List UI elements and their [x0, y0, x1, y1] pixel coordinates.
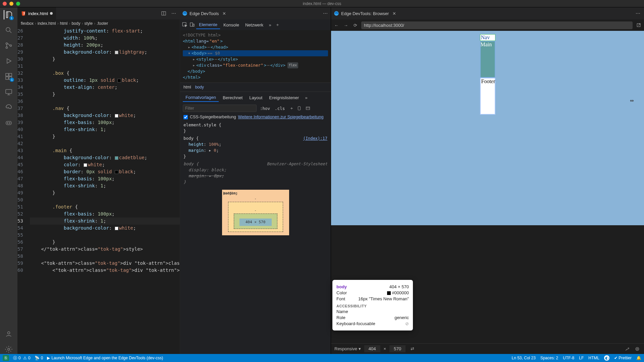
- styles-rules[interactable]: element.style {} (Index):17 body { heigh…: [180, 121, 331, 354]
- eyedropper-icon[interactable]: [624, 346, 631, 352]
- problems-indicator[interactable]: ⓧ 0 ⚠ 0: [13, 355, 31, 361]
- encoding-status[interactable]: UTF-8: [563, 356, 574, 360]
- rotate-icon[interactable]: ⇄: [409, 346, 416, 352]
- device-toolbar: Responsive ▾ × ⇄: [331, 343, 644, 354]
- more-tools-icon[interactable]: »: [267, 21, 273, 28]
- cls-toggle[interactable]: .cls: [273, 105, 286, 112]
- editor-tab-bar: index.html: [17, 7, 180, 19]
- flex-badge[interactable]: flex: [287, 62, 298, 68]
- panel-more-icon[interactable]: [322, 10, 329, 17]
- edge-tools-icon[interactable]: [4, 103, 13, 112]
- tool-network[interactable]: Netzwerk: [243, 21, 266, 29]
- svg-point-21: [327, 13, 327, 14]
- devtools-tab[interactable]: Edge DevTools ✕: [182, 10, 227, 17]
- browser-more-icon[interactable]: [635, 10, 641, 17]
- more-subtabs-icon[interactable]: »: [303, 94, 310, 101]
- inspect-element-icon[interactable]: [181, 21, 188, 28]
- reload-icon[interactable]: ⟳: [352, 22, 359, 28]
- breadcrumb-item[interactable]: flexbox: [21, 21, 34, 26]
- viewport-width-input[interactable]: [364, 345, 380, 352]
- run-debug-icon[interactable]: [4, 56, 13, 66]
- remote-explorer-icon[interactable]: [4, 87, 13, 97]
- copilot-status-icon[interactable]: ◐: [604, 355, 609, 361]
- svg-point-19: [323, 13, 324, 14]
- breadcrumb-bar[interactable]: flexbox› index.html› html› body› style› …: [17, 19, 180, 27]
- editor-group: index.html flexbox› index.html› html› bo…: [17, 7, 180, 354]
- listeners-tab[interactable]: Ereignislistener: [266, 94, 302, 102]
- back-icon[interactable]: ←: [333, 22, 340, 28]
- close-tab-icon[interactable]: ✕: [221, 10, 227, 17]
- search-icon[interactable]: [4, 25, 13, 35]
- breadcrumb-item[interactable]: html: [60, 21, 68, 26]
- tool-elements[interactable]: Elemente: [196, 21, 220, 29]
- styles-filter-row: :hov .cls ＋: [180, 103, 331, 113]
- styles-tab[interactable]: Formatvorlagen: [183, 94, 219, 102]
- editor-tab-index-html[interactable]: index.html: [17, 7, 56, 19]
- open-external-icon[interactable]: [635, 22, 642, 28]
- mirror-checkbox[interactable]: [183, 115, 188, 119]
- remote-indicator[interactable]: ⎘: [3, 355, 9, 361]
- mirror-label: CSS-Spiegelbearbeitung: [190, 115, 236, 119]
- source-control-icon[interactable]: [4, 41, 13, 50]
- computed-panel-icon[interactable]: [306, 106, 312, 111]
- url-field[interactable]: http://localhost:3000/: [361, 21, 633, 29]
- svg-point-16: [173, 13, 174, 14]
- mirror-link[interactable]: Weitere Informationen zur Spiegelbearbei…: [238, 115, 324, 119]
- dom-selected-body[interactable]: ▾<body> == $0: [183, 50, 328, 56]
- close-browser-tab-icon[interactable]: ✕: [391, 10, 397, 17]
- svg-point-33: [637, 348, 638, 350]
- code-editor[interactable]: 2627282930313233343536373839404142434445…: [17, 27, 180, 354]
- language-mode[interactable]: HTML: [588, 356, 599, 360]
- device-emulation-icon[interactable]: [189, 21, 196, 28]
- svg-rect-23: [190, 23, 193, 26]
- launch-task[interactable]: ▶ Launch Microsoft Edge and open the Edg…: [47, 356, 163, 360]
- breadcrumb-item[interactable]: .footer: [97, 21, 108, 26]
- account-icon[interactable]: [4, 329, 13, 339]
- address-bar: ← → ⟳ http://localhost:3000/: [331, 19, 644, 31]
- new-style-rule-icon[interactable]: ＋: [288, 105, 295, 111]
- svg-point-20: [325, 13, 326, 14]
- devtools-tab-bar: Edge DevTools ✕: [180, 7, 331, 19]
- indentation-status[interactable]: Spaces: 2: [540, 356, 558, 360]
- browser-tab[interactable]: Edge DevTools: Browser ✕: [334, 10, 397, 17]
- svg-rect-8: [6, 89, 12, 94]
- eol-status[interactable]: LF: [579, 356, 584, 360]
- layout-tab[interactable]: Layout: [247, 94, 265, 102]
- computed-tab[interactable]: Berechnet: [220, 94, 245, 102]
- breadcrumb-item[interactable]: index.html: [38, 21, 56, 26]
- dom-tree[interactable]: <!DOCTYPE html> <html lang="en"> ▸<head>…: [180, 30, 331, 82]
- tool-console[interactable]: Konsole: [221, 21, 242, 29]
- viewport-height-input[interactable]: [389, 345, 406, 352]
- breadcrumb-item[interactable]: body: [71, 21, 80, 26]
- svg-point-28: [636, 13, 637, 14]
- resize-handle-icon[interactable]: ⇔: [630, 98, 634, 103]
- svg-point-17: [175, 13, 176, 14]
- dom-breadcrumb[interactable]: html body: [180, 82, 331, 92]
- add-tool-icon[interactable]: ＋: [274, 21, 281, 28]
- forward-icon[interactable]: →: [342, 22, 349, 28]
- extensions-icon[interactable]: 1: [4, 72, 13, 81]
- ports-indicator[interactable]: 📡 0: [35, 356, 43, 360]
- breadcrumb-item[interactable]: style: [84, 21, 93, 26]
- rendered-page[interactable]: Nav Main Footer ⇔: [331, 31, 644, 225]
- split-editor-icon[interactable]: [160, 10, 167, 17]
- settings-gear-icon[interactable]: [4, 345, 13, 354]
- device-icon[interactable]: [297, 106, 304, 111]
- screenshot-icon[interactable]: [634, 346, 641, 352]
- device-mode-select[interactable]: Responsive ▾: [334, 346, 361, 351]
- hov-toggle[interactable]: :hov: [259, 105, 271, 112]
- macos-titlebar: index.html — dev-css: [0, 0, 644, 7]
- notifications-icon[interactable]: 🔔: [636, 356, 641, 360]
- svg-point-3: [10, 45, 12, 47]
- svg-point-15: [172, 13, 172, 14]
- source-link[interactable]: (Index):17: [303, 135, 327, 141]
- svg-point-13: [8, 348, 10, 350]
- prettier-status[interactable]: ✔ Prettier: [614, 356, 632, 360]
- styles-filter-input[interactable]: [183, 105, 257, 112]
- more-actions-icon[interactable]: [170, 10, 177, 17]
- copilot-icon[interactable]: [4, 118, 13, 127]
- dirty-dot-icon[interactable]: [50, 12, 53, 15]
- cursor-position[interactable]: Ln 53, Col 23: [512, 356, 536, 360]
- svg-point-0: [6, 27, 10, 32]
- explorer-icon[interactable]: 1: [4, 10, 13, 19]
